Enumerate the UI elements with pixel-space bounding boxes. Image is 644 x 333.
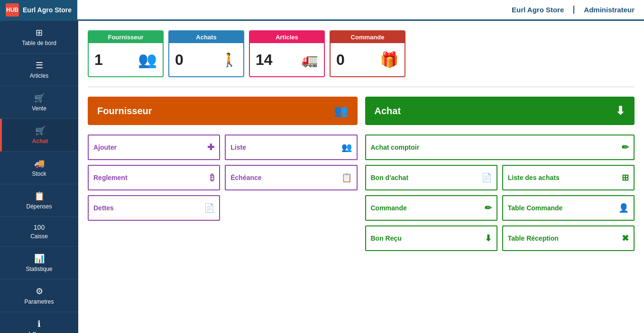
sidebar-item-parametres[interactable]: ⚙ Parametres: [0, 279, 78, 312]
achat-comptoir-button[interactable]: Achat comptoir ✏: [365, 135, 635, 160]
achat-comptoir-icon: ✏: [622, 142, 629, 153]
apropos-icon: ℹ: [37, 319, 41, 329]
stat-value-commande: 0: [336, 51, 345, 69]
section-fournisseur-label: Fournisseur: [97, 106, 152, 117]
store-name: Eurl Agro Store: [502, 6, 574, 14]
table-reception-button[interactable]: Table Réception ✖: [502, 225, 635, 251]
echeance-icon: 📋: [341, 172, 352, 183]
achat-icon: 🛒: [35, 126, 46, 136]
liste-des-achats-button[interactable]: Liste des achats ⊞: [502, 165, 635, 190]
commande-label: Commande: [371, 204, 407, 212]
sidebar-label-caisse: Caisse: [30, 233, 48, 240]
logo-icon: HUB: [6, 3, 19, 17]
user-name: Administrateur: [574, 6, 644, 14]
stat-card-achats: Achats 0 🚶: [168, 30, 244, 77]
stat-header-fournisseur: Fournisseur: [89, 31, 163, 43]
articles-icon: ☰: [36, 60, 43, 71]
dettes-label: Dettes: [93, 204, 114, 212]
sidebar-item-a-propos[interactable]: ℹ A Propos: [0, 312, 78, 333]
sidebar-item-depenses[interactable]: 📋 Dépenses: [0, 184, 78, 217]
dashboard-icon: ⊞: [36, 27, 43, 38]
sidebar-label-apropos: A Propos: [28, 331, 51, 333]
stat-header-commande: Commande: [331, 31, 405, 43]
sidebar-label-stock: Stock: [32, 171, 46, 177]
sidebar-label-statistique: Statistique: [26, 266, 52, 272]
stat-value-articles: 14: [256, 51, 273, 69]
liste-button[interactable]: Liste 👥: [225, 135, 357, 160]
sidebar-item-statistique[interactable]: 📊 Statistique: [0, 247, 78, 279]
echeance-label: Échéance: [230, 174, 261, 181]
stat-card-articles: Articles 14 🚛: [249, 30, 325, 77]
table-commande-button[interactable]: Table Commande 👤: [502, 195, 635, 221]
dettes-button[interactable]: Dettes 📄: [88, 195, 220, 221]
stats-row: Fournisseur 1 👥 Achats 0 🚶 Articles: [88, 30, 635, 77]
fournisseur-btn-group: Ajouter ✚ Liste 👥 Reglement ₿ Échéance: [88, 135, 358, 251]
liste-des-achats-icon: ⊞: [622, 172, 629, 183]
sidebar-label-vente: Vente: [32, 105, 46, 112]
reglement-button[interactable]: Reglement ₿: [88, 165, 220, 190]
reglement-icon: ₿: [210, 173, 214, 183]
achat-comptoir-label: Achat comptoir: [371, 144, 420, 151]
achat-row-1: Achat comptoir ✏: [365, 135, 635, 160]
sidebar-item-vente[interactable]: 🛒 Vente: [0, 86, 78, 119]
sidebar-label-dashboard: Table de bord: [22, 40, 56, 46]
main-layout: ⊞ Table de bord ☰ Articles 🛒 Vente 🛒 Ach…: [0, 21, 644, 333]
stat-header-achats: Achats: [169, 31, 243, 43]
fournisseur-row-1: Ajouter ✚ Liste 👥: [88, 135, 358, 160]
parametres-icon: ⚙: [36, 286, 43, 297]
ajouter-icon: ✚: [207, 142, 214, 153]
achat-row-4: Bon Reçu ⬇ Table Réception ✖: [365, 225, 635, 251]
stat-icon-commande: 🎁: [380, 51, 399, 69]
ajouter-label: Ajouter: [93, 144, 117, 151]
bon-dachat-button[interactable]: Bon d'achat 📄: [365, 165, 497, 190]
bon-dachat-label: Bon d'achat: [371, 174, 409, 181]
fournisseur-row-2: Reglement ₿ Échéance 📋: [88, 165, 358, 190]
reglement-label: Reglement: [93, 174, 128, 181]
table-commande-label: Table Commande: [508, 204, 563, 212]
section-divider: [88, 87, 635, 87]
achat-row-2: Bon d'achat 📄 Liste des achats ⊞: [365, 165, 635, 190]
section-achat-icon: ⬇: [616, 104, 625, 117]
topbar-right: Eurl Agro Store Administrateur: [502, 6, 644, 14]
fournisseur-row-3: Dettes 📄: [88, 195, 358, 221]
sidebar-item-articles[interactable]: ☰ Articles: [0, 54, 78, 86]
sidebar-label-articles: Articles: [30, 72, 48, 79]
stock-icon: 🚚: [34, 158, 45, 169]
content-area: Fournisseur 1 👥 Achats 0 🚶 Articles: [78, 21, 644, 333]
table-reception-icon: ✖: [622, 233, 629, 243]
sidebar-label-depenses: Dépenses: [26, 203, 52, 210]
sidebar: ⊞ Table de bord ☰ Articles 🛒 Vente 🛒 Ach…: [0, 21, 78, 333]
commande-icon: ✏: [485, 203, 492, 213]
bon-recu-button[interactable]: Bon Reçu ⬇: [365, 225, 497, 251]
dettes-icon: 📄: [204, 203, 214, 213]
sidebar-item-stock[interactable]: 🚚 Stock: [0, 152, 78, 184]
table-commande-icon: 👤: [618, 203, 629, 213]
section-btn-achat[interactable]: Achat ⬇: [365, 97, 635, 125]
achat-row-3: Commande ✏ Table Commande 👤: [365, 195, 635, 221]
sidebar-item-caisse[interactable]: 100 Caisse: [0, 217, 78, 247]
bon-dachat-icon: 📄: [481, 172, 492, 183]
sidebar-item-table-de-bord[interactable]: ⊞ Table de bord: [0, 21, 78, 54]
topbar-logo: HUB Eurl Agro Store: [0, 0, 77, 19]
app-name: Eurl Agro Store: [23, 6, 72, 14]
table-reception-label: Table Réception: [508, 234, 559, 242]
commande-button[interactable]: Commande ✏: [365, 195, 497, 221]
stat-icon-fournisseur: 👥: [138, 51, 157, 69]
stat-icon-articles: 🚛: [302, 52, 318, 68]
bon-recu-label: Bon Reçu: [371, 234, 402, 242]
bon-recu-icon: ⬇: [485, 233, 492, 243]
buttons-area: Ajouter ✚ Liste 👥 Reglement ₿ Échéance: [88, 135, 635, 251]
section-btn-fournisseur[interactable]: Fournisseur 👥: [88, 97, 358, 125]
liste-icon: 👥: [341, 142, 352, 153]
vente-icon: 🛒: [34, 93, 45, 103]
section-achat-label: Achat: [375, 106, 401, 117]
sidebar-item-achat[interactable]: 🛒 Achat: [0, 119, 78, 152]
achat-btn-group: Achat comptoir ✏ Bon d'achat 📄 Liste des…: [365, 135, 635, 251]
stat-card-fournisseur: Fournisseur 1 👥: [88, 30, 164, 77]
echeance-button[interactable]: Échéance 📋: [225, 165, 357, 190]
stat-header-articles: Articles: [250, 31, 324, 43]
stat-value-achats: 0: [175, 51, 184, 69]
topbar: HUB Eurl Agro Store Eurl Agro Store Admi…: [0, 0, 644, 21]
ajouter-button[interactable]: Ajouter ✚: [88, 135, 220, 160]
sidebar-label-parametres: Parametres: [24, 298, 54, 305]
